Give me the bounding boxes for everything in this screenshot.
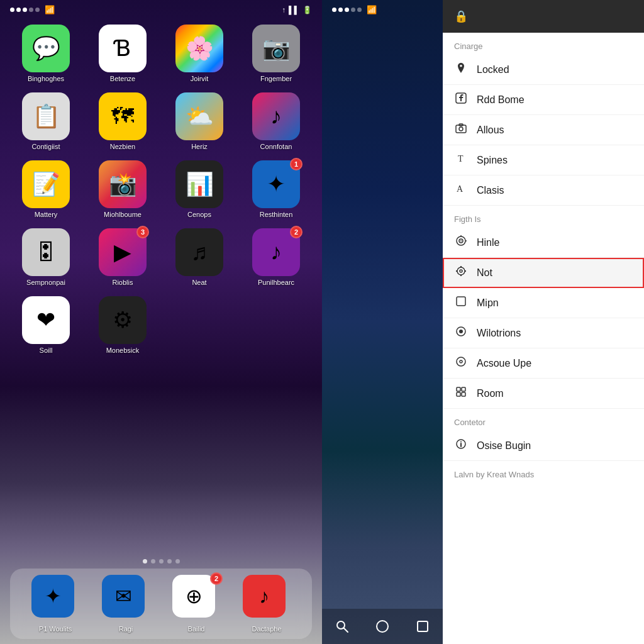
svg-point-21 bbox=[460, 360, 462, 363]
svg-rect-1 bbox=[456, 125, 466, 133]
dock-ragi[interactable]: ✉Ragi bbox=[102, 575, 150, 633]
app-icon-binghoghes: 💬 bbox=[22, 25, 70, 72]
rdot4 bbox=[351, 8, 355, 12]
app-resthinten[interactable]: ✦1Resthinten bbox=[243, 160, 309, 218]
panel-item-rdd-bome[interactable]: Rdd Bome bbox=[443, 85, 644, 115]
app-soill[interactable]: ❤Soill bbox=[13, 296, 79, 354]
app-nezbien[interactable]: 🗺Nezbien bbox=[89, 92, 156, 150]
panel-item-wilotrions[interactable]: Wilotrions bbox=[443, 318, 644, 348]
panel-item-allous[interactable]: Allous bbox=[443, 115, 644, 145]
dock-wrap-ragi: ✉ bbox=[102, 575, 150, 623]
app-label-nezbien: Nezbien bbox=[110, 143, 135, 150]
app-icon-wrap-mattery: 📝 bbox=[22, 160, 70, 208]
panel-item-label-clasis: Clasis bbox=[477, 185, 504, 196]
app-mattery[interactable]: 📝Mattery bbox=[13, 160, 79, 218]
app-sempnonpai[interactable]: 🎛Sempnonpai bbox=[13, 228, 79, 286]
app-label-mattery: Mattery bbox=[35, 211, 58, 218]
page-dot-1[interactable] bbox=[151, 559, 155, 564]
dock-icon-bailid: ⊕ bbox=[172, 575, 215, 618]
app-neat[interactable]: ♬Neat bbox=[166, 228, 233, 286]
svg-text:T: T bbox=[458, 154, 464, 164]
panel-item-not[interactable]: Not bbox=[443, 258, 644, 288]
dot2 bbox=[16, 8, 21, 12]
app-heriz[interactable]: ⛅Heriz bbox=[166, 92, 233, 150]
badge-punilhbearc: 2 bbox=[290, 226, 303, 238]
arrow-icon: ↑ bbox=[282, 6, 286, 14]
svg-rect-32 bbox=[418, 621, 428, 631]
app-label-sempnonpai: Sempnonpai bbox=[26, 279, 65, 286]
panel-item-icon-acsoue-upe bbox=[454, 356, 468, 370]
wifi-icon-right: 📶 bbox=[367, 5, 377, 14]
svg-point-19 bbox=[459, 330, 463, 333]
app-icon-wrap-miohlboume: 📸 bbox=[99, 160, 147, 208]
panel-section-header: Figth Is bbox=[443, 206, 644, 228]
dock-area: ✦P1 Woulits✉Ragi⊕2Bailid♪Dactaphe bbox=[0, 559, 322, 644]
panel-item-room[interactable]: Room bbox=[443, 379, 644, 409]
panel-item-spines[interactable]: TSpines bbox=[443, 145, 644, 175]
app-monebsick[interactable]: ⚙Monebsick bbox=[89, 296, 156, 354]
panel-item-label-spines: Spines bbox=[477, 155, 508, 166]
app-icon-wrap-connfotan: ♪ bbox=[252, 92, 300, 140]
dot5 bbox=[35, 8, 40, 12]
wifi-icon: 📶 bbox=[45, 5, 55, 14]
panel-item-icon-allous bbox=[454, 123, 468, 137]
app-punilhbearc[interactable]: ♪2Punilhbearc bbox=[243, 228, 309, 286]
app-icon-betenze: Ɓ bbox=[99, 25, 147, 72]
panel-item-hinle[interactable]: Hinle bbox=[443, 228, 644, 258]
svg-text:A: A bbox=[457, 184, 464, 194]
page-dots bbox=[10, 559, 312, 564]
app-binghoghes[interactable]: 💬Binghoghes bbox=[13, 25, 79, 82]
app-icon-cenops: 📊 bbox=[175, 160, 223, 208]
page-dot-3[interactable] bbox=[167, 559, 172, 564]
panel-item-label-wilotrions: Wilotrions bbox=[477, 328, 521, 339]
app-icon-mattery: 📝 bbox=[22, 160, 70, 208]
dock-wrap-bailid: ⊕2 bbox=[172, 575, 220, 623]
dock-wrap-p1-woulits: ✦ bbox=[31, 575, 79, 623]
app-icon-wrap-joirvit: 🌸 bbox=[175, 25, 223, 72]
dock-badge-bailid: 2 bbox=[210, 572, 223, 585]
page-dot-2[interactable] bbox=[159, 559, 164, 564]
app-icon-neat: ♬ bbox=[175, 228, 223, 276]
page-dot-0[interactable] bbox=[143, 559, 147, 564]
dock-p1-woulits[interactable]: ✦P1 Woulits bbox=[31, 575, 79, 633]
app-icon-wrap-neat: ♬ bbox=[175, 228, 223, 276]
dock-label-ragi: Ragi bbox=[119, 625, 133, 633]
app-miohlboume[interactable]: 📸Miohlboume bbox=[89, 160, 156, 218]
app-icon-wrap-cenops: 📊 bbox=[175, 160, 223, 208]
app-label-contigiist: Contigiist bbox=[31, 143, 60, 150]
panel-item-icon-wilotrions bbox=[454, 326, 468, 340]
dock-dactaphe[interactable]: ♪Dactaphe bbox=[243, 575, 291, 633]
app-cenops[interactable]: 📊Cenops bbox=[166, 160, 233, 218]
app-rioblis[interactable]: ▶3Rioblis bbox=[89, 228, 156, 286]
app-icon-wrap-binghoghes: 💬 bbox=[22, 25, 70, 72]
panel-item-clasis[interactable]: AClasis bbox=[443, 175, 644, 206]
app-label-rioblis: Rioblis bbox=[112, 279, 133, 286]
app-contigiist[interactable]: 📋Contigiist bbox=[13, 92, 79, 150]
app-label-joirvit: Joirvit bbox=[191, 75, 209, 82]
search-nav-button[interactable] bbox=[328, 613, 356, 640]
app-label-connfotan: Connfotan bbox=[260, 143, 292, 150]
page-dot-4[interactable] bbox=[175, 559, 180, 564]
app-icon-wrap-soill: ❤ bbox=[22, 296, 70, 344]
panel-item-icon-room bbox=[454, 386, 468, 401]
app-connfotan[interactable]: ♪Connfotan bbox=[243, 92, 309, 150]
panel-scroll[interactable]: CinargeLockedRdd BomeAllousTSpinesAClasi… bbox=[443, 33, 644, 644]
app-label-monebsick: Monebsick bbox=[106, 347, 140, 354]
dock-wrap-dactaphe: ♪ bbox=[243, 575, 291, 623]
badge-rioblis: 3 bbox=[136, 226, 149, 238]
dock-bailid[interactable]: ⊕2Bailid bbox=[172, 575, 220, 633]
app-betenze[interactable]: ƁBetenze bbox=[89, 25, 156, 82]
app-label-betenze: Betenze bbox=[110, 75, 135, 82]
app-fngember[interactable]: 📷Fngember bbox=[243, 25, 309, 82]
square-nav-button[interactable] bbox=[409, 613, 436, 640]
panel-item-osise-bugin[interactable]: Osise Bugin bbox=[443, 431, 644, 461]
panel-item-acsoue-upe[interactable]: Acsoue Upe bbox=[443, 348, 644, 379]
panel-item-locked[interactable]: Locked bbox=[443, 55, 644, 85]
panel-item-icon-not bbox=[454, 265, 468, 280]
app-label-miohlboume: Miohlboume bbox=[104, 211, 142, 218]
dock-label-dactaphe: Dactaphe bbox=[252, 625, 281, 633]
app-joirvit[interactable]: 🌸Joirvit bbox=[166, 25, 233, 82]
home-nav-button[interactable] bbox=[369, 613, 396, 640]
panel-item-mipn[interactable]: Mipn bbox=[443, 288, 644, 318]
app-icon-wrap-sempnonpai: 🎛 bbox=[22, 228, 70, 276]
